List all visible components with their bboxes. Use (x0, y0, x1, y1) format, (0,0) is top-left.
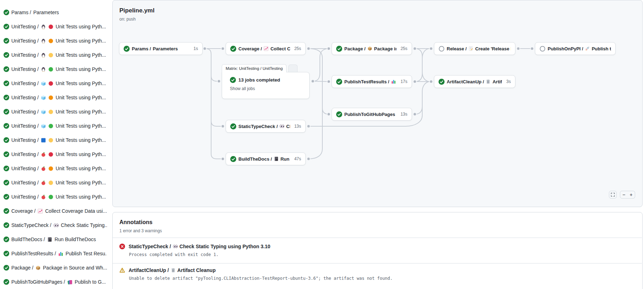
annotations-summary: 1 error and 3 warnings (119, 228, 162, 233)
graph-node-params[interactable]: Params /Parameters1s (119, 42, 203, 55)
sidebar-job-item[interactable]: UnitTesting /Unit Tests using Pyth... (4, 179, 107, 186)
check-success-icon (4, 10, 9, 15)
job-step-label: Unit Tests using Pyth... (56, 151, 106, 157)
node-job-name: Package / (344, 46, 366, 51)
node-step-label: Create 'Release P... (475, 46, 511, 51)
node-duration: 47s (292, 156, 301, 161)
annotation-job-name: StaticTypeCheck / (129, 244, 171, 249)
job-step-label: Unit Tests using Pyth... (56, 180, 106, 185)
barchart-icon (391, 79, 396, 84)
node-job-name: Release / (447, 46, 467, 51)
sidebar-job-item[interactable]: UnitTesting /Unit Tests using Pyth... (4, 51, 107, 59)
job-name: UnitTesting / (11, 24, 39, 29)
sidebar-job-item[interactable]: Params /Parameters (4, 9, 107, 16)
graph-node-artifact-cleanup[interactable]: ArtifactCleanUp /Artifac...3s (434, 75, 515, 88)
sidebar-job-item[interactable]: UnitTesting /Unit Tests using Pyth... (4, 108, 107, 115)
sidebar-job-item[interactable]: UnitTesting /Unit Tests using Pyth... (4, 165, 107, 172)
check-success-icon (4, 38, 9, 44)
graph-node-package[interactable]: Package /Package in So...25s (332, 42, 412, 55)
sidebar-job-item[interactable]: UnitTesting /Unit Tests using Pyth... (4, 94, 107, 101)
bluesquare-icon (41, 138, 46, 143)
eyes-icon (173, 244, 178, 249)
annotation-step-label: Check Static Typing using Python 3.10 (180, 244, 270, 249)
node-step-label: Publish to ... (592, 46, 611, 51)
sidebar-job-item[interactable]: UnitTesting /Unit Tests using Pyth... (4, 66, 107, 73)
check-success-icon (230, 156, 236, 162)
job-step-label: Unit Tests using Pyth... (56, 24, 106, 29)
job-name: UnitTesting / (11, 166, 39, 171)
job-step-label: Unit Tests using Pyth... (56, 95, 106, 100)
annotation-warning-title[interactable]: ArtifactCleanUp /Artifact Cleanup (119, 267, 216, 273)
node-job-name: PublishTestResults / (344, 79, 389, 84)
workflow-graph-canvas[interactable] (112, 0, 643, 207)
job-step-label: Package in Source and Wh... (43, 265, 107, 271)
check-success-icon (124, 46, 130, 52)
workflow-run-page: Params /ParametersUnitTesting /Unit Test… (0, 0, 644, 289)
annotation-step-label: Artifact Cleanup (177, 267, 216, 273)
node-step-label: Package in So... (374, 46, 396, 51)
sidebar-job-item[interactable]: UnitTesting /Unit Tests using Pyth... (4, 122, 107, 129)
penguin-icon (41, 24, 46, 29)
node-label: StaticTypeCheck /Chec... (238, 124, 290, 129)
job-name: BuildTheDocs / (11, 237, 45, 242)
sidebar-job-item[interactable]: StaticTypeCheck /Check Static Typing... (4, 222, 107, 229)
annotation-job-name: ArtifactCleanUp / (129, 267, 169, 273)
node-step-label: Artifac... (492, 79, 502, 84)
check-success-icon (4, 151, 9, 157)
trash-icon (171, 268, 176, 273)
job-name: UnitTesting / (11, 194, 39, 200)
check-success-icon (4, 95, 9, 100)
chart-up-icon (38, 209, 43, 214)
graph-node-coverage[interactable]: Coverage /Collect Cove...25s (226, 42, 306, 55)
circle-red-icon (48, 152, 53, 157)
job-name: StaticTypeCheck / (11, 222, 51, 228)
node-duration: 17s (399, 79, 407, 84)
job-name: UnitTesting / (11, 95, 39, 100)
check-success-icon (4, 137, 9, 143)
chart-up-icon (264, 46, 269, 51)
sidebar-job-item[interactable]: UnitTesting /Unit Tests using Pyth... (4, 23, 107, 30)
graph-node-release[interactable]: Release /Create 'Release P... (434, 42, 515, 55)
fullscreen-button[interactable] (609, 191, 617, 199)
job-step-label: Unit Tests using Pyth... (56, 166, 106, 171)
annotation-divider (113, 263, 642, 263)
penguin-icon (41, 52, 46, 58)
barchart-icon (58, 251, 63, 256)
circle-green-icon (48, 123, 53, 129)
graph-node-publish-pypi[interactable]: PublishOnPyPI /Publish to ... (535, 42, 616, 55)
matrix-jobs-card[interactable]: 13 jobs completed Show all jobs (222, 72, 310, 99)
sidebar-job-item[interactable]: UnitTesting /Unit Tests using Pyth... (4, 137, 107, 144)
sidebar-job-item[interactable]: Package /Package in Source and Wh... (4, 264, 107, 271)
check-success-icon (336, 111, 342, 117)
job-step-label: Unit Tests using Pyth... (56, 137, 106, 143)
annotation-title-text: ArtifactCleanUp /Artifact Cleanup (129, 267, 216, 273)
sidebar-job-item[interactable]: PublishTestResults /Publish Test Resu... (4, 250, 107, 257)
check-success-icon (4, 166, 9, 171)
show-all-jobs-link[interactable]: Show all jobs (230, 86, 304, 91)
check-success-icon (4, 109, 9, 115)
matrix-tab-label: Matrix: UnitTesting / UnitTesting (222, 64, 287, 72)
zoom-in-button[interactable]: + (627, 191, 635, 199)
graph-node-build-docs[interactable]: BuildTheDocs /Run Buil...47s (226, 152, 306, 165)
sidebar-job-item[interactable]: Coverage /Collect Coverage Data usi... (4, 207, 107, 215)
sidebar-job-item[interactable]: UnitTesting /Unit Tests using Pyth... (4, 80, 107, 87)
node-label: Coverage /Collect Cove... (238, 46, 290, 51)
annotations-title: Annotations (119, 219, 152, 226)
zoom-out-button[interactable]: − (620, 191, 628, 199)
sidebar-job-item[interactable]: UnitTesting /Unit Tests using Pyth... (4, 37, 107, 44)
sidebar-job-item[interactable]: BuildTheDocs /Run BuildTheDocs (4, 236, 107, 243)
job-name: UnitTesting / (11, 123, 39, 129)
annotation-error-title[interactable]: StaticTypeCheck /Check Static Typing usi… (119, 244, 270, 249)
sidebar-job-item[interactable]: UnitTesting /Unit Tests using Pyth... (4, 193, 107, 200)
circle-orange-icon (48, 38, 53, 44)
job-name: Params / (11, 10, 31, 15)
graph-node-publish-test-results[interactable]: PublishTestResults /Pu...17s (332, 75, 412, 88)
circle-orange-icon (48, 95, 53, 100)
sidebar-job-item[interactable]: PublishToGitHubPages /Publish to G... (4, 278, 107, 285)
check-success-icon (4, 180, 9, 185)
graph-node-publish-gh-pages[interactable]: PublishToGitHubPages /...13s (332, 108, 412, 121)
sidebar-job-item[interactable]: UnitTesting /Unit Tests using Pyth... (4, 151, 107, 158)
job-step-label: Unit Tests using Pyth... (56, 194, 106, 200)
graph-node-static-type-check[interactable]: StaticTypeCheck /Chec...13s (226, 120, 306, 133)
circle-red-icon (48, 24, 53, 29)
